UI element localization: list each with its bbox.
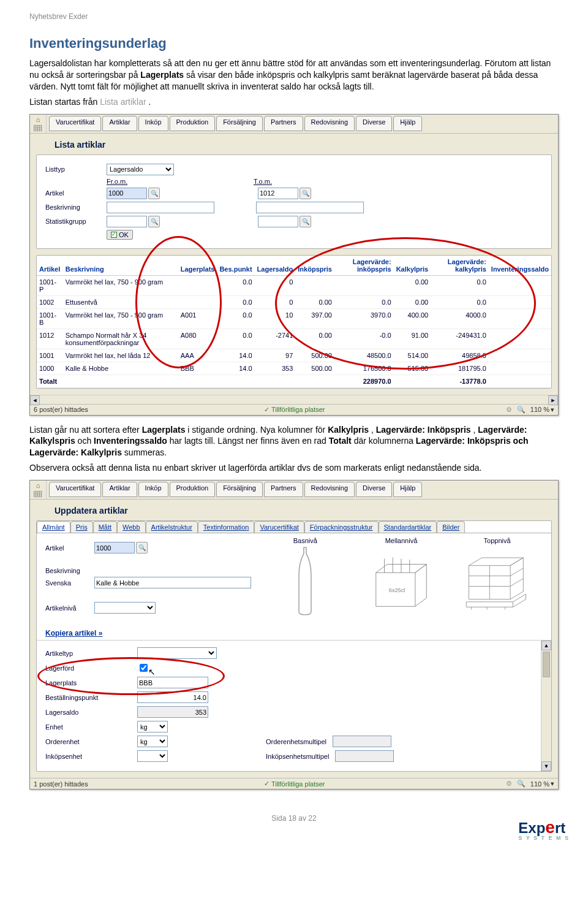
scroll-thumb[interactable] — [543, 652, 550, 677]
statgrupp-to-search-icon[interactable]: 🔍 — [300, 216, 311, 227]
para-1: Lagersaldolistan har kompletterats så at… — [29, 58, 559, 93]
statgrupp-from-input[interactable] — [107, 216, 147, 227]
zoom-search-icon-2[interactable]: 🔍 — [517, 780, 526, 788]
orderenhet-label: Orderenhet — [45, 738, 137, 745]
artikel-from-input[interactable] — [107, 188, 147, 199]
zoom-dropdown-icon[interactable]: ▾ — [551, 406, 554, 414]
para-1-kw-lagerplats: Lagerplats — [140, 70, 184, 80]
lagerford-checkbox[interactable] — [140, 664, 148, 672]
menu-varucertifikat[interactable]: Varucertifikat — [49, 116, 101, 131]
beskrivning-label: Beskrivning — [45, 204, 107, 211]
bestallningspunkt-input[interactable] — [137, 691, 208, 703]
statgrupp-from-search-icon[interactable]: 🔍 — [148, 216, 160, 227]
ok-button[interactable]: OK — [107, 230, 133, 240]
col-lagervarde-kalkylpris[interactable]: Lagervärde: kalkylpris — [431, 256, 489, 276]
scroll-right-icon[interactable]: ► — [548, 395, 558, 405]
menu-forsaljning[interactable]: Försäljning — [216, 116, 263, 131]
kw-inventeringssaldo: Inventeringssaldo — [94, 436, 167, 446]
menu-partners[interactable]: Partners — [264, 482, 303, 497]
scroll-up-icon[interactable]: ▲ — [541, 641, 551, 650]
subtab-textinformation[interactable]: Textinformation — [198, 521, 255, 533]
inkopsenhetsmultipel-input — [335, 750, 394, 762]
listtyp-select[interactable]: Lagersaldo — [107, 164, 174, 175]
menu-varucertifikat[interactable]: Varucertifikat — [49, 482, 101, 497]
col-lagersaldo[interactable]: Lagersaldo — [255, 256, 296, 276]
subtab-varucertifikat[interactable]: Varucertifikat — [254, 521, 304, 533]
lagerplats-label: Lagerplats — [45, 679, 137, 687]
gear-icon[interactable]: ⚙ — [506, 406, 512, 414]
menu-diverse[interactable]: Diverse — [356, 116, 392, 131]
col-lagerplats[interactable]: Lagerplats — [178, 256, 217, 276]
artikeltyp-select[interactable] — [137, 647, 217, 659]
subtab-allmant[interactable]: Allmänt — [37, 521, 70, 533]
v-scrollbar[interactable]: ▲ ▼ — [541, 641, 551, 771]
svenska-input[interactable] — [94, 577, 251, 588]
artikeltyp-label: Artikeltyp — [45, 650, 137, 657]
inkopsenhet-select[interactable] — [137, 750, 168, 762]
subtab-bilder[interactable]: Bilder — [437, 521, 465, 533]
beskrivning-from-input[interactable] — [107, 202, 214, 213]
artikel-to-search-icon[interactable]: 🔍 — [300, 188, 311, 199]
orderenhet-select[interactable]: kg — [137, 736, 168, 747]
main-menubar: Varucertifikat Artiklar Inköp Produktion… — [47, 115, 558, 133]
scroll-left-icon[interactable]: ◄ — [30, 395, 40, 405]
menu-hjalp[interactable]: Hjälp — [393, 116, 422, 131]
menu-redovisning[interactable]: Redovisning — [304, 116, 355, 131]
para-3: Listan går nu att sortera efter Lagerpla… — [29, 424, 559, 459]
menu-redovisning[interactable]: Redovisning — [304, 482, 355, 497]
grid-icon[interactable] — [34, 125, 42, 131]
home-icon[interactable]: ⌂ — [36, 116, 40, 123]
inkopsenhet-label: Inköpsenhet — [45, 753, 137, 760]
case-icon: 6x25cl — [368, 544, 435, 618]
menu-artiklar[interactable]: Artiklar — [102, 116, 137, 131]
col-inkopspris[interactable]: Inköpspris — [295, 256, 334, 276]
scroll-down-icon[interactable]: ▼ — [541, 761, 551, 771]
col-artikel[interactable]: Artikel — [37, 256, 63, 276]
menu-produktion[interactable]: Produktion — [170, 482, 216, 497]
listtyp-label: Listtyp — [45, 166, 107, 173]
kw-kalkylpris: Kalkylpris — [328, 425, 369, 435]
home-icon[interactable]: ⌂ — [36, 482, 40, 489]
menu-partners[interactable]: Partners — [264, 116, 303, 131]
col-beskrivning[interactable]: Beskrivning — [63, 256, 178, 276]
kw-totalt: Totalt — [329, 436, 352, 446]
table-row: 1000Kalle & HobbeBBB14.0353500.00176500.… — [37, 362, 551, 375]
h-scrollbar[interactable]: ◄ ► — [30, 395, 558, 404]
subtab-standardartiklar[interactable]: Standardartiklar — [379, 521, 437, 533]
menu-diverse[interactable]: Diverse — [356, 482, 392, 497]
toppniva-label: Toppnivå — [464, 537, 531, 544]
artikel-from-search-icon[interactable]: 🔍 — [148, 188, 160, 199]
menu-inkop[interactable]: Inköp — [138, 116, 168, 131]
grid-icon[interactable] — [34, 491, 42, 497]
menu-forsaljning[interactable]: Försäljning — [216, 482, 263, 497]
kopiera-artikel-link[interactable]: Kopiera artikel » — [45, 629, 551, 637]
menu-produktion[interactable]: Produktion — [170, 116, 216, 131]
enhet-select[interactable]: kg — [137, 721, 168, 732]
col-bespunkt[interactable]: Bes.punkt — [217, 256, 254, 276]
svenska-label: Svenska — [45, 579, 94, 587]
menu-artiklar[interactable]: Artiklar — [102, 482, 137, 497]
menu-inkop[interactable]: Inköp — [138, 482, 168, 497]
artikel-to-input[interactable] — [258, 188, 298, 199]
gear-icon-2[interactable]: ⚙ — [506, 780, 512, 788]
statgrupp-to-input[interactable] — [258, 216, 298, 227]
beskrivning-to-input[interactable] — [256, 202, 364, 213]
col-lagervarde-inkopspris[interactable]: Lagervärde: inköpspris — [334, 256, 394, 276]
trust-label: Tillförlitliga platser — [271, 406, 325, 413]
artikel-search-icon[interactable]: 🔍 — [136, 542, 148, 554]
result-panel: Artikel Beskrivning Lagerplats Bes.punkt… — [36, 255, 552, 389]
lagerplats-input[interactable] — [137, 677, 208, 688]
artikelniva-select[interactable] — [94, 602, 156, 614]
zoom-level: 110 % — [530, 406, 549, 413]
subtab-artikelstruktur[interactable]: Artikelstruktur — [146, 521, 198, 533]
menu-hjalp[interactable]: Hjälp — [393, 482, 422, 497]
zoom-search-icon[interactable]: 🔍 — [517, 406, 526, 414]
artikel-input-2[interactable] — [94, 542, 135, 554]
subtab-webb[interactable]: Webb — [117, 521, 146, 533]
zoom-dropdown-icon-2[interactable]: ▾ — [551, 780, 554, 788]
subtab-pris[interactable]: Pris — [70, 521, 93, 533]
col-kalkylpris[interactable]: Kalkylpris — [394, 256, 431, 276]
subtab-forpackningsstruktur[interactable]: Förpackningsstruktur — [304, 521, 379, 533]
col-inventeringssaldo[interactable]: Inventeringssaldo — [489, 256, 551, 276]
subtab-matt[interactable]: Mått — [93, 521, 117, 533]
